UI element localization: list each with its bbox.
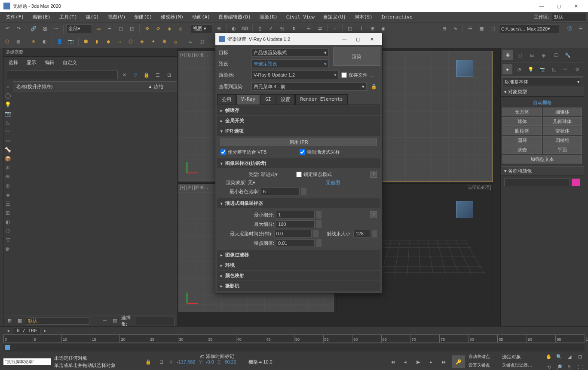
- light1-icon[interactable]: ⬢: [81, 37, 91, 46]
- selection-icon[interactable]: ☀: [29, 37, 38, 46]
- cone-button[interactable]: 圆锥体: [543, 108, 582, 116]
- tab-vray[interactable]: V-Ray: [236, 94, 260, 105]
- misc7-icon[interactable]: ▽: [3, 236, 12, 244]
- expand-icon[interactable]: ⊞: [164, 70, 174, 80]
- minimize-button[interactable]: —: [533, 0, 550, 12]
- keyframe-marker[interactable]: [4, 345, 10, 351]
- misc2-icon[interactable]: ◈: [3, 191, 12, 199]
- menu-civilview[interactable]: Civil View: [282, 13, 319, 21]
- curve-editor-icon[interactable]: ⌇: [356, 24, 366, 34]
- manip-icon[interactable]: ◐: [229, 24, 239, 34]
- menu-create[interactable]: 创建(C): [130, 12, 156, 22]
- object-type-rollout[interactable]: ▾ 对象类型: [501, 87, 584, 97]
- unlink-icon[interactable]: ⛓: [40, 24, 49, 34]
- key-mode-icon[interactable]: 🔑: [452, 355, 465, 368]
- sphere-button[interactable]: 球体: [502, 117, 542, 126]
- dolly-icon[interactable]: 🔎: [554, 362, 564, 370]
- env-rollout[interactable]: 环境: [217, 260, 380, 270]
- undo-icon[interactable]: ↶: [3, 24, 12, 34]
- menu-interactive[interactable]: Interactive: [377, 13, 417, 21]
- menu-group[interactable]: 组(G): [82, 12, 104, 22]
- dialog-maximize-button[interactable]: ▢: [351, 33, 365, 45]
- layer-icon[interactable]: ◫: [345, 24, 355, 34]
- fov-icon[interactable]: ◢: [565, 352, 574, 361]
- render-setup-icon[interactable]: ⬚: [488, 24, 497, 34]
- key-track[interactable]: [3, 344, 585, 352]
- torus-button[interactable]: 圆环: [502, 136, 542, 145]
- hidden-filter-icon[interactable]: 👁: [3, 173, 12, 181]
- maxtime-input[interactable]: 0.0: [274, 230, 312, 237]
- render-button[interactable]: 渲染: [333, 47, 380, 66]
- light4-icon[interactable]: ○: [115, 37, 124, 46]
- link-icon[interactable]: 🔗: [29, 24, 38, 34]
- align-icon[interactable]: ≡: [330, 24, 340, 34]
- preset-combo[interactable]: 未选定预设▾: [251, 59, 329, 68]
- savefile-checkbox[interactable]: 保存文件: [341, 72, 368, 78]
- geosphere-button[interactable]: 几何球体: [543, 117, 582, 126]
- modeling-icon[interactable]: ⬡: [3, 37, 12, 46]
- menu-edit[interactable]: 编辑(E): [28, 12, 55, 22]
- systems-icon[interactable]: ⚙: [572, 64, 582, 74]
- textplus-button[interactable]: 加强型文本: [502, 155, 582, 163]
- autogrid-checkbox[interactable]: 自动栅格: [502, 99, 582, 107]
- scene-tab-customize[interactable]: 自定义: [61, 59, 79, 67]
- keyboard-icon[interactable]: ⌨: [240, 24, 250, 34]
- bone-filter-icon[interactable]: 🦴: [3, 145, 12, 154]
- menu-animation[interactable]: 动画(A): [188, 12, 214, 22]
- spinner-icon[interactable]: [301, 188, 306, 195]
- menu-rendering[interactable]: 渲染(R): [255, 12, 282, 22]
- light9-icon[interactable]: ☼: [171, 37, 180, 46]
- motion-tab-icon[interactable]: ◉: [539, 50, 549, 60]
- move-icon[interactable]: ✥: [142, 24, 152, 34]
- box-button[interactable]: 长方体: [502, 108, 542, 116]
- time-ruler[interactable]: 0510152025303540455055606570758085909510…: [3, 334, 585, 343]
- rotate-icon[interactable]: ⟳: [153, 24, 163, 34]
- scene-ftr-icon1[interactable]: ⊞: [6, 316, 13, 326]
- geometry-icon[interactable]: ●: [502, 64, 512, 74]
- goto-start-icon[interactable]: ⏮: [388, 357, 397, 367]
- frozen-filter-icon[interactable]: ❄: [3, 163, 12, 172]
- maximize-button[interactable]: ▢: [550, 0, 567, 12]
- spinner-icon[interactable]: [313, 230, 318, 237]
- menu-view[interactable]: 视图(V): [104, 12, 130, 22]
- selset-icon2[interactable]: ▤: [111, 316, 119, 326]
- scale-icon[interactable]: ◈: [165, 24, 174, 34]
- lock-selection-icon[interactable]: 🔒: [144, 357, 153, 367]
- menu-grapheditors[interactable]: 图形编辑器(D): [214, 12, 255, 22]
- project-path[interactable]: C:\Users\… Max 2020 ▾: [499, 25, 559, 33]
- modify-tab-icon[interactable]: ◫: [514, 50, 525, 60]
- light8-icon[interactable]: ❋: [159, 37, 169, 46]
- misc3-icon[interactable]: ☰: [3, 200, 12, 208]
- scene-ftr-icon2[interactable]: ▦: [16, 316, 23, 326]
- target-combo[interactable]: 产品级渲染模式▾: [251, 48, 329, 57]
- menu-modifiers[interactable]: 修改器(M): [156, 12, 188, 22]
- mask-combo[interactable]: 无▾: [248, 179, 287, 186]
- timetag-label[interactable]: 添加时间标记: [206, 353, 234, 360]
- light6-icon[interactable]: ◈: [137, 37, 147, 46]
- keyfilter-button[interactable]: 关键点过滤器…: [502, 362, 541, 370]
- misc5-icon[interactable]: ◐: [3, 218, 12, 226]
- clear-search-icon[interactable]: ✕: [119, 70, 129, 80]
- misc8-icon[interactable]: 🗑: [3, 245, 12, 253]
- spinner-icon[interactable]: [316, 239, 322, 247]
- shape2-icon[interactable]: ◫: [197, 37, 206, 46]
- filter-rollout[interactable]: 图像过滤器: [217, 250, 380, 260]
- menu-tools[interactable]: 工具(T): [55, 12, 82, 22]
- goto-end-icon[interactable]: ⏭: [439, 357, 449, 367]
- lock-view-icon[interactable]: 🔒: [369, 82, 379, 91]
- plane-button[interactable]: 平面: [543, 145, 582, 154]
- enable-ipr-button[interactable]: 启用 IPR: [220, 138, 377, 146]
- tab-elements[interactable]: Render Elements: [295, 94, 347, 105]
- menu-scripting[interactable]: 脚本(S): [350, 12, 377, 22]
- scene-col-name[interactable]: 名称(按升序排序): [16, 83, 148, 90]
- spinner-icon[interactable]: [316, 211, 322, 219]
- camera-icon[interactable]: 📷: [66, 37, 76, 46]
- camera-filter-icon[interactable]: 📷: [3, 109, 12, 118]
- menu-file[interactable]: 文件(F): [2, 12, 28, 22]
- mirror-icon[interactable]: ⇄: [315, 24, 325, 34]
- material-editor-icon[interactable]: ◉: [379, 24, 388, 34]
- tab-common[interactable]: 公用: [217, 94, 236, 105]
- window-crossing-icon[interactable]: ◫: [127, 24, 137, 34]
- shape-filter-icon[interactable]: ◯: [3, 91, 12, 100]
- next-frame-icon[interactable]: ▸: [426, 357, 436, 367]
